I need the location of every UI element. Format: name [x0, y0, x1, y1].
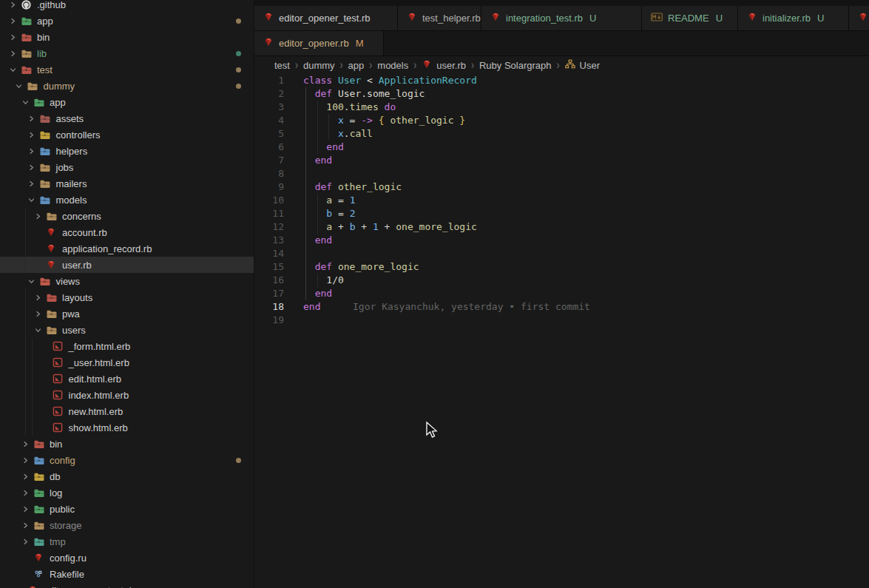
code-line-15[interactable]: 15 def one_more_logic: [254, 260, 869, 274]
tree-item-users[interactable]: users: [0, 322, 254, 338]
tree-item-new-html-erb[interactable]: new.html.erb: [0, 403, 254, 419]
tree-item--github[interactable]: .github: [0, 0, 254, 13]
code-editor[interactable]: 1class User < ApplicationRecord2 def Use…: [254, 74, 869, 327]
code-line-12[interactable]: 12 a + b + 1 + one_more_logic: [254, 220, 869, 234]
tab-initializer-rb[interactable]: initializer.rbU: [738, 6, 849, 30]
code-line-5[interactable]: 5 x.call: [254, 127, 869, 141]
tab-test-helper-rb[interactable]: test_helper.rb: [398, 6, 481, 30]
chevron-right-icon[interactable]: [7, 48, 18, 58]
chevron-down-icon[interactable]: [33, 325, 43, 335]
chevron-right-icon[interactable]: [20, 439, 30, 449]
chevron-right-icon[interactable]: [20, 487, 30, 498]
code-line-18[interactable]: 18endIgor Kasyanchuk, yesterday • first …: [254, 300, 869, 314]
tree-item-app[interactable]: app: [0, 13, 254, 29]
code-line-6[interactable]: 6 end: [254, 141, 869, 154]
tree-item-views[interactable]: views: [0, 273, 254, 289]
breadcrumb-item-user-rb[interactable]: user.rb: [422, 59, 466, 72]
tree-item-config-ru[interactable]: config.ru: [0, 550, 254, 566]
tree-item-app[interactable]: app: [0, 94, 254, 110]
chevron-right-icon[interactable]: [7, 0, 18, 10]
tree-item-lib[interactable]: lib: [0, 45, 254, 61]
tab-partial[interactable]: [849, 6, 869, 30]
code-line-13[interactable]: 13 end: [254, 234, 869, 247]
chevron-right-icon[interactable]: [20, 504, 30, 514]
chevron-down-icon[interactable]: [7, 64, 18, 75]
code-line-2[interactable]: 2 def User.some_logic: [254, 87, 869, 101]
chevron-right-icon[interactable]: [27, 113, 37, 124]
code-line-16[interactable]: 16 1/0: [254, 274, 869, 287]
code-line-8[interactable]: 8: [254, 167, 869, 180]
tab-readme[interactable]: READMEU: [642, 6, 738, 30]
tree-item-edit-html-erb[interactable]: edit.html.erb: [0, 371, 254, 387]
erb-file-icon: [52, 373, 64, 385]
tree-item-dummy[interactable]: dummy: [0, 78, 254, 94]
tree-item-index-html-erb[interactable]: index.html.erb: [0, 387, 254, 403]
ruby-file-icon: [33, 552, 44, 564]
breadcrumb-item-test[interactable]: test: [274, 60, 290, 71]
chevron-right-icon[interactable]: [7, 32, 18, 42]
chevron-right-icon[interactable]: [33, 308, 43, 319]
tree-item-account-rb[interactable]: account.rb: [0, 224, 254, 240]
tab-integration-test-rb[interactable]: integration_test.rbU: [481, 6, 642, 30]
tab-editor-opener-rb[interactable]: editor_opener.rbM: [254, 31, 384, 55]
tree-item-storage[interactable]: storage: [0, 517, 254, 533]
tree-item-bin[interactable]: bin: [0, 29, 254, 45]
tree-item-log[interactable]: log: [0, 484, 254, 501]
chevron-right-icon[interactable]: [27, 162, 37, 172]
tree-item-config[interactable]: config: [0, 452, 254, 468]
chevron-right-icon[interactable]: [27, 129, 37, 140]
chevron-right-icon[interactable]: [20, 536, 30, 547]
breadcrumb-item-dummy[interactable]: dummy: [303, 60, 335, 71]
code-line-17[interactable]: 17 end: [254, 287, 869, 300]
chevron-right-icon[interactable]: [7, 16, 18, 26]
tree-item-test[interactable]: test: [0, 61, 254, 78]
code-line-3[interactable]: 3 100.times do: [254, 101, 869, 114]
breadcrumb-item-user[interactable]: User: [565, 59, 600, 71]
code-line-19[interactable]: 19: [254, 314, 869, 327]
code-line-7[interactable]: 7 end: [254, 154, 869, 167]
tree-item-mailers[interactable]: mailers: [0, 175, 254, 192]
tree-item-editor-opener-test-rb[interactable]: editor_opener_test.rb: [0, 582, 254, 588]
breadcrumb-item-app[interactable]: app: [348, 60, 365, 71]
chevron-right-icon[interactable]: [33, 211, 43, 221]
tree-item-controllers[interactable]: controllers: [0, 126, 254, 143]
code-line-9[interactable]: 9 def other_logic: [254, 180, 869, 194]
tree-item-show-html-erb[interactable]: show.html.erb: [0, 419, 254, 436]
tree-item-assets[interactable]: assets: [0, 110, 254, 126]
tree-item-layouts[interactable]: layouts: [0, 289, 254, 305]
tree-item-db[interactable]: db: [0, 468, 254, 484]
chevron-right-icon[interactable]: [20, 471, 30, 481]
tree-item-tmp[interactable]: tmp: [0, 533, 254, 550]
chevron-right-icon[interactable]: [27, 178, 37, 189]
code-line-11[interactable]: 11 b = 2: [254, 207, 869, 220]
tree-indent-guide: [25, 305, 26, 322]
code-line-1[interactable]: 1class User < ApplicationRecord: [254, 74, 869, 87]
chevron-down-icon[interactable]: [27, 276, 37, 286]
chevron-down-icon[interactable]: [27, 195, 37, 205]
tree-item--user-html-erb[interactable]: _user.html.erb: [0, 354, 254, 371]
tree-item-rakefile[interactable]: Rakefile: [0, 566, 254, 582]
tree-item-user-rb[interactable]: user.rb: [0, 257, 254, 273]
tree-item-bin[interactable]: bin: [0, 436, 254, 452]
breadcrumb-item-ruby-solargraph[interactable]: Ruby Solargraph: [479, 60, 552, 71]
tree-item-application-record-rb[interactable]: application_record.rb: [0, 240, 254, 257]
code-line-14[interactable]: 14: [254, 247, 869, 260]
tree-item-concerns[interactable]: concerns: [0, 208, 254, 224]
tree-item--form-html-erb[interactable]: _form.html.erb: [0, 338, 254, 354]
code-line-10[interactable]: 10 a = 1: [254, 194, 869, 207]
chevron-right-icon[interactable]: [27, 146, 37, 156]
chevron-right-icon[interactable]: [20, 520, 30, 530]
breadcrumb-item-models[interactable]: models: [377, 60, 408, 71]
code-line-4[interactable]: 4 x = -> { other_logic }: [254, 114, 869, 127]
tab-editor-opener-test-rb[interactable]: editor_opener_test.rb: [254, 6, 398, 30]
chevron-down-icon[interactable]: [20, 97, 30, 107]
tree-item-models[interactable]: models: [0, 192, 254, 208]
chevron-down-icon[interactable]: [14, 81, 24, 91]
tree-item-helpers[interactable]: helpers: [0, 143, 254, 159]
chevron-right-icon[interactable]: [33, 292, 43, 303]
chevron-right-icon[interactable]: [20, 455, 30, 465]
tree-item-label: db: [50, 471, 60, 482]
tree-item-pwa[interactable]: pwa: [0, 305, 254, 322]
tree-item-public[interactable]: public: [0, 501, 254, 517]
tree-item-jobs[interactable]: jobs: [0, 159, 254, 175]
